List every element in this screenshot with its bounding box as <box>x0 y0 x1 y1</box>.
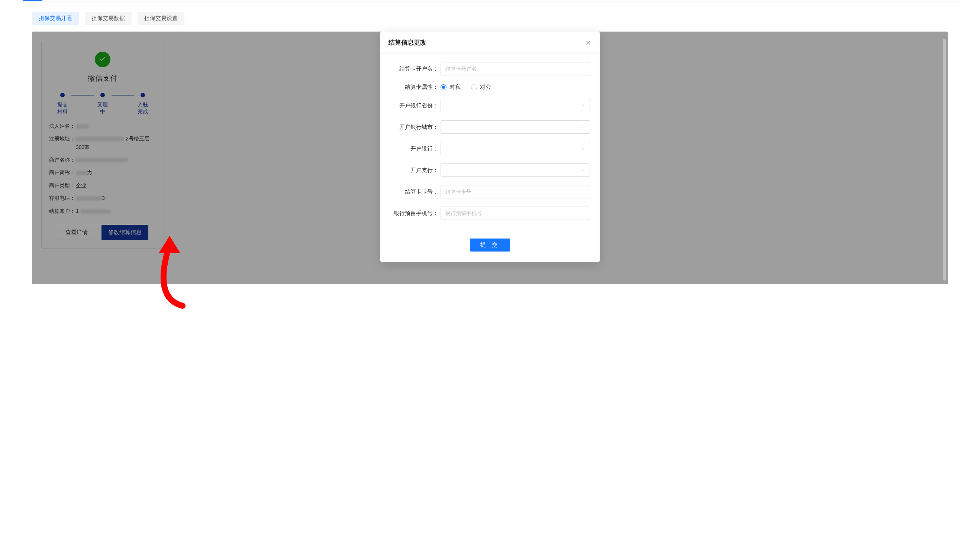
settlement-form: 结算卡开户名： 结算卡属性： 对私 <box>380 54 600 251</box>
scrollbar-thumb[interactable] <box>943 39 946 281</box>
chevron-down-icon <box>581 168 585 172</box>
submit-button[interactable]: 提 交 <box>470 238 510 251</box>
tab-secured-settings[interactable]: 担保交易设置 <box>138 12 185 25</box>
chevron-down-icon <box>581 146 585 151</box>
row-bank-province: 开户银行省份： <box>390 99 590 112</box>
tabs-container: 担保交易开通 担保交易数据 担保交易设置 <box>0 2 980 32</box>
label-bank: 开户银行： <box>390 145 438 152</box>
tab-secured-data[interactable]: 担保交易数据 <box>85 12 132 25</box>
label-reserved-phone: 银行预留手机号： <box>390 210 438 217</box>
select-bank-province[interactable] <box>441 99 590 112</box>
row-card-number: 结算卡卡号： <box>390 185 590 198</box>
tab-secured-open[interactable]: 担保交易开通 <box>32 12 79 25</box>
label-bank-city: 开户银行城市： <box>390 124 438 131</box>
label-bank-province: 开户银行省份： <box>390 102 438 109</box>
label-account-name: 结算卡开户名： <box>390 65 438 73</box>
main-area: 微信支付 提交 材料 受理 中 入驻 完成 <box>32 32 948 284</box>
radio-public[interactable]: 对公 <box>471 84 491 90</box>
modal-title: 结算信息更改 <box>388 38 426 47</box>
close-icon[interactable] <box>585 40 592 46</box>
submit-row: 提 交 <box>390 238 590 251</box>
row-bank: 开户银行： <box>390 142 590 155</box>
input-reserved-phone[interactable] <box>441 206 590 220</box>
row-branch: 开户支行： <box>390 164 590 177</box>
input-account-name[interactable] <box>441 62 590 75</box>
label-card-number: 结算卡卡号： <box>390 188 438 195</box>
radio-private-label: 对私 <box>449 84 461 90</box>
select-branch[interactable] <box>441 164 590 177</box>
label-card-type: 结算卡属性： <box>390 84 438 90</box>
select-bank-city[interactable] <box>441 121 590 134</box>
row-card-type: 结算卡属性： 对私 对公 <box>390 84 590 90</box>
radio-private[interactable]: 对私 <box>441 84 461 90</box>
chevron-down-icon <box>581 103 585 108</box>
modal-header: 结算信息更改 <box>380 32 600 54</box>
input-card-number[interactable] <box>441 185 590 198</box>
chevron-down-icon <box>581 125 585 129</box>
radio-group-card-type: 对私 对公 <box>441 84 590 90</box>
label-branch: 开户支行： <box>390 167 438 174</box>
radio-public-label: 对公 <box>480 84 491 90</box>
select-bank[interactable] <box>441 142 590 155</box>
row-reserved-phone: 银行预留手机号： <box>390 206 590 220</box>
row-bank-city: 开户银行城市： <box>390 121 590 134</box>
row-account-name: 结算卡开户名： <box>390 62 590 75</box>
settlement-modal: 结算信息更改 结算卡开户名： 结算卡属性： <box>380 32 600 262</box>
